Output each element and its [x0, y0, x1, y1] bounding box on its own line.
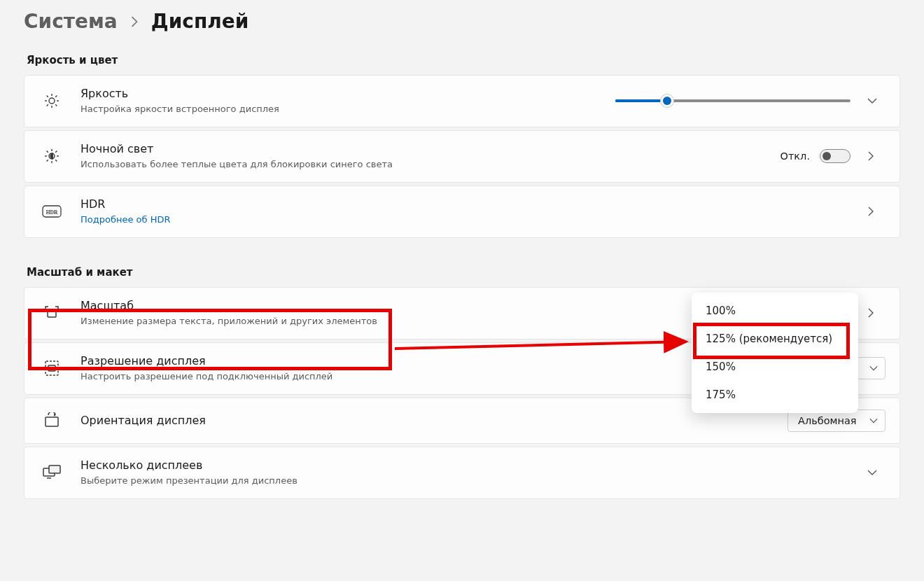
svg-rect-25 [49, 465, 60, 473]
chevron-right-icon[interactable] [867, 206, 886, 216]
nightlight-row[interactable]: Ночной свет Использовать более теплые цв… [24, 130, 900, 183]
svg-rect-22 [48, 365, 55, 371]
svg-line-17 [55, 151, 57, 153]
resolution-title: Разрешение дисплея [80, 354, 694, 369]
hdr-row[interactable]: HDR HDR Подробнее об HDR [24, 186, 900, 238]
chevron-down-icon[interactable] [867, 97, 886, 104]
nightlight-title: Ночной свет [80, 142, 764, 157]
scale-dropdown[interactable]: 100% 125% (рекомендуется) 150% 175% [692, 293, 858, 413]
chevron-down-icon [869, 418, 878, 424]
nightlight-state-label: Откл. [780, 150, 811, 162]
nightlight-icon [40, 148, 64, 164]
orientation-title: Ориентация дисплея [80, 414, 771, 428]
svg-rect-23 [46, 417, 58, 426]
hdr-title: HDR [80, 197, 850, 212]
breadcrumb-parent[interactable]: Система [24, 10, 118, 33]
scale-icon [40, 304, 64, 321]
orientation-icon [40, 412, 64, 429]
svg-line-14 [47, 151, 48, 153]
hdr-link[interactable]: Подробнее об HDR [80, 214, 850, 226]
chevron-right-icon[interactable] [867, 151, 886, 161]
scale-option-175[interactable]: 175% [692, 381, 858, 409]
breadcrumb-current: Дисплей [151, 10, 249, 33]
scale-option-150[interactable]: 150% [692, 353, 858, 381]
chevron-right-icon[interactable] [867, 308, 886, 318]
svg-point-0 [49, 98, 55, 104]
resolution-icon [40, 360, 64, 377]
brightness-icon [40, 92, 64, 109]
brightness-title: Яркость [80, 87, 598, 102]
svg-line-5 [47, 96, 48, 97]
scale-option-100[interactable]: 100% [692, 297, 858, 325]
svg-line-8 [55, 96, 57, 97]
nightlight-sub: Использовать более теплые цвета для блок… [80, 158, 764, 171]
brightness-sub: Настройка яркости встроенного дисплея [80, 103, 598, 115]
chevron-right-icon [130, 16, 139, 27]
multidisplay-row[interactable]: Несколько дисплеев Выберите режим презен… [24, 447, 900, 499]
scale-title: Масштаб [80, 299, 673, 314]
brightness-row[interactable]: Яркость Настройка яркости встроенного ди… [24, 75, 900, 127]
multidisplay-title: Несколько дисплеев [80, 458, 850, 473]
multidisplay-icon [40, 465, 64, 480]
nightlight-toggle[interactable] [820, 149, 850, 163]
scale-option-125[interactable]: 125% (рекомендуется) [692, 325, 858, 353]
svg-rect-20 [48, 311, 56, 317]
resolution-sub: Настроить разрешение под подключенный ди… [80, 370, 694, 383]
svg-line-15 [55, 160, 57, 162]
section-scale-layout: Масштаб и макет [27, 266, 900, 279]
section-brightness-color: Яркость и цвет [27, 54, 900, 66]
svg-line-6 [55, 105, 57, 106]
chevron-down-icon [869, 365, 878, 371]
svg-line-16 [47, 160, 48, 162]
orientation-value: Альбомная [798, 415, 857, 426]
svg-text:HDR: HDR [46, 209, 58, 216]
svg-rect-21 [46, 361, 58, 375]
multidisplay-sub: Выберите режим презентации для дисплеев [80, 475, 850, 487]
breadcrumb: Система Дисплей [24, 6, 900, 54]
chevron-down-icon[interactable] [867, 469, 886, 476]
scale-sub: Изменение размера текста, приложений и д… [80, 315, 673, 328]
hdr-icon: HDR [40, 205, 64, 218]
svg-line-7 [47, 105, 48, 106]
brightness-slider[interactable] [615, 94, 850, 108]
